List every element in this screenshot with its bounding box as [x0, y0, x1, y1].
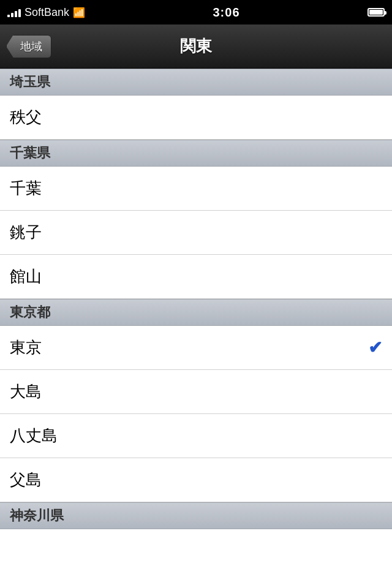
- list-item[interactable]: 父島: [0, 458, 392, 502]
- list-item[interactable]: 銚子: [0, 211, 392, 255]
- list-item[interactable]: 東京✔: [0, 326, 392, 370]
- back-button[interactable]: 地域: [6, 35, 51, 58]
- list-item[interactable]: 八丈島: [0, 414, 392, 458]
- list-item[interactable]: 大島: [0, 370, 392, 414]
- item-label: 千葉: [10, 178, 42, 199]
- signal-icon: [7, 7, 21, 17]
- list-item[interactable]: 千葉: [0, 167, 392, 211]
- section-header-1: 千葉県: [0, 140, 392, 167]
- section-header-3: 神奈川県: [0, 502, 392, 529]
- section-header-0: 埼玉県: [0, 69, 392, 96]
- checkmark-icon: ✔: [368, 337, 382, 358]
- status-right: [368, 8, 385, 17]
- status-left: SoftBank 📶: [7, 6, 85, 19]
- nav-bar: 地域 関東: [0, 24, 392, 69]
- carrier-label: SoftBank: [24, 6, 69, 19]
- item-label: 秩父: [10, 107, 42, 128]
- region-list: 埼玉県秩父千葉県千葉銚子館山東京都東京✔大島八丈島父島神奈川県: [0, 69, 392, 588]
- item-label: 銚子: [10, 222, 42, 243]
- item-label: 八丈島: [10, 425, 58, 447]
- item-label: 館山: [10, 266, 42, 287]
- wifi-icon: 📶: [73, 7, 85, 18]
- status-time: 3:06: [213, 6, 240, 20]
- item-label: 大島: [10, 381, 42, 402]
- item-label: 父島: [10, 469, 42, 491]
- item-label: 東京: [10, 337, 42, 358]
- list-item[interactable]: 館山: [0, 255, 392, 299]
- nav-title: 関東: [180, 36, 212, 57]
- section-header-2: 東京都: [0, 299, 392, 326]
- list-item[interactable]: 秩父: [0, 96, 392, 140]
- status-bar: SoftBank 📶 3:06: [0, 0, 392, 24]
- battery-icon: [368, 8, 385, 17]
